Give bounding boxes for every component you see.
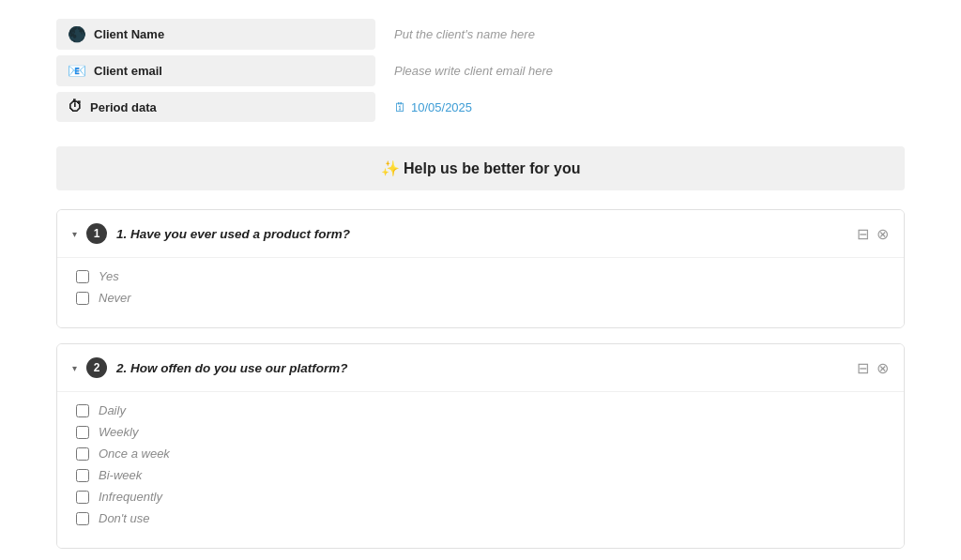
option-yes: Yes	[76, 269, 885, 283]
option-weekly: Weekly	[76, 425, 885, 439]
option-dont-use-checkbox[interactable]	[76, 512, 89, 525]
option-never-checkbox[interactable]	[76, 292, 89, 305]
period-data-text: Period data	[90, 100, 157, 114]
option-never: Never	[76, 291, 885, 305]
question-2-number: 2	[86, 357, 107, 378]
client-email-label: 📧 Client email	[56, 55, 375, 86]
client-name-row: 🌑 Client Name Put the client's name here	[56, 19, 905, 50]
period-data-row: ⏱ Period data 🗓 10/05/2025	[56, 92, 905, 122]
question-1-number: 1	[86, 223, 107, 244]
option-once-a-week: Once a week	[76, 446, 885, 461]
option-yes-checkbox[interactable]	[76, 270, 89, 283]
option-weekly-checkbox[interactable]	[76, 426, 89, 439]
option-bi-week-label: Bi-week	[99, 468, 142, 482]
option-dont-use: Don't use	[76, 511, 885, 525]
client-email-text: Client email	[94, 64, 162, 78]
option-infrequently: Infrequently	[76, 490, 885, 504]
option-never-label: Never	[99, 291, 131, 305]
option-bi-week: Bi-week	[76, 468, 885, 482]
option-dont-use-label: Don't use	[99, 511, 150, 525]
period-data-label: ⏱ Period data	[56, 92, 375, 122]
option-daily-label: Daily	[99, 403, 126, 417]
question-1-block: ▾ 1 1. Have you ever used a product form…	[56, 209, 905, 328]
client-name-label: 🌑 Client Name	[56, 19, 375, 50]
option-infrequently-checkbox[interactable]	[76, 491, 89, 504]
form-fields: 🌑 Client Name Put the client's name here…	[56, 19, 905, 128]
option-once-a-week-checkbox[interactable]	[76, 447, 89, 461]
client-email-row: 📧 Client email Please write client email…	[56, 55, 905, 86]
period-data-icon: ⏱	[68, 98, 83, 115]
client-email-placeholder[interactable]: Please write client email here	[394, 64, 553, 78]
question-2-header: ▾ 2 2. How offen do you use our platform…	[57, 344, 904, 391]
client-name-icon: 🌑	[68, 25, 86, 43]
question-2-actions: ⊟ ⊗	[857, 359, 889, 377]
questions-wrapper: ▾ 1 1. Have you ever used a product form…	[56, 209, 905, 549]
section-header: ✨ Help us be better for you	[56, 146, 905, 190]
question-2-block: ▾ 2 2. How offen do you use our platform…	[56, 343, 905, 549]
option-daily: Daily	[76, 403, 885, 417]
question-2-chevron[interactable]: ▾	[72, 363, 77, 373]
question-1-body: Yes Never	[57, 257, 904, 327]
question-1-header: ▾ 1 1. Have you ever used a product form…	[57, 210, 904, 257]
option-weekly-label: Weekly	[99, 425, 138, 439]
option-infrequently-label: Infrequently	[99, 490, 162, 504]
question-1-text: 1. Have you ever used a product form?	[116, 227, 847, 241]
option-once-a-week-label: Once a week	[99, 446, 170, 461]
client-name-text: Client Name	[94, 27, 164, 41]
client-name-placeholder[interactable]: Put the client's name here	[394, 27, 535, 41]
question-1-chevron[interactable]: ▾	[72, 229, 77, 239]
question-2-copy-icon[interactable]: ⊟	[857, 359, 869, 377]
question-2-text: 2. How offen do you use our platform?	[116, 361, 847, 375]
client-email-icon: 📧	[68, 62, 86, 80]
option-yes-label: Yes	[99, 269, 119, 283]
question-1-person-icon[interactable]: ⊗	[877, 225, 889, 243]
period-data-value[interactable]: 🗓 10/05/2025	[394, 100, 472, 114]
date-text: 10/05/2025	[411, 100, 472, 114]
question-1-actions: ⊟ ⊗	[857, 225, 889, 243]
calendar-icon: 🗓	[394, 100, 406, 114]
question-1-copy-icon[interactable]: ⊟	[857, 225, 869, 243]
question-2-body: Daily Weekly Once a week Bi-week Infrequ…	[57, 391, 904, 548]
option-bi-week-checkbox[interactable]	[76, 469, 89, 482]
option-daily-checkbox[interactable]	[76, 404, 89, 417]
question-2-person-icon[interactable]: ⊗	[877, 359, 889, 377]
